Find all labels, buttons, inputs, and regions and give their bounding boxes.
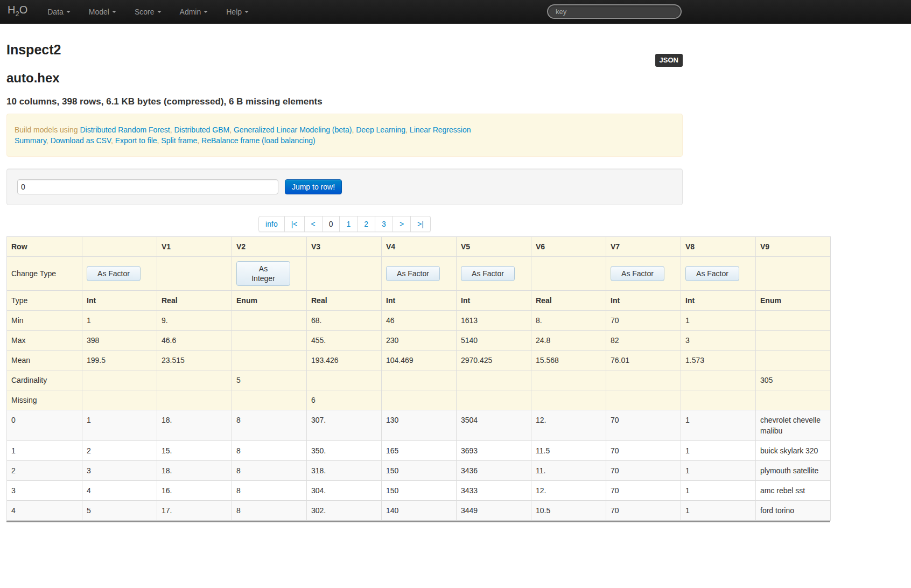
stat-value bbox=[457, 390, 531, 410]
frame-table-wrap: RowV1V2V3V4V5V6V7V8V9Change TypeAs Facto… bbox=[6, 236, 911, 522]
pagination-info[interactable]: info bbox=[258, 216, 285, 232]
stat-label: Cardinality bbox=[7, 370, 82, 390]
data-cell: 70 bbox=[606, 410, 681, 441]
stat-value: 3 bbox=[681, 331, 756, 351]
stat-value: Real bbox=[531, 291, 606, 311]
navbar-search-form bbox=[547, 4, 682, 19]
top-navbar: H2O DataModelScoreAdminHelp bbox=[0, 0, 911, 24]
stat-row: Max39846.6455.230514024.8823 bbox=[7, 331, 831, 351]
clipped-next-row bbox=[6, 521, 830, 522]
stat-value: Real bbox=[307, 291, 382, 311]
menu-item: Data bbox=[38, 0, 80, 23]
stat-value bbox=[606, 390, 681, 410]
stat-value: 305 bbox=[756, 370, 831, 390]
menu-item: Help bbox=[217, 0, 258, 23]
frame-action-link[interactable]: Export to file bbox=[115, 136, 157, 145]
build-model-link[interactable]: Generalized Linear Modeling (beta) bbox=[234, 125, 352, 134]
stat-value: 1613 bbox=[457, 311, 531, 331]
change-type-button[interactable]: As Factor bbox=[611, 266, 664, 281]
stat-value: 15.568 bbox=[531, 351, 606, 370]
jump-to-row-button[interactable]: Jump to row! bbox=[285, 179, 342, 194]
stat-value bbox=[382, 370, 457, 390]
data-cell: 1 bbox=[681, 441, 756, 461]
data-cell: 165 bbox=[382, 441, 457, 461]
pagination-prev[interactable]: < bbox=[305, 216, 323, 232]
page-content: JSON Inspect2 auto.hex 10 columns, 398 r… bbox=[6, 42, 683, 232]
data-cell: 350. bbox=[307, 441, 382, 461]
stat-value bbox=[82, 370, 157, 390]
h2o-logo[interactable]: H2O bbox=[8, 4, 27, 19]
pagination-item: |< bbox=[285, 216, 305, 232]
pagination-item: info bbox=[258, 216, 285, 232]
change-type-button[interactable]: As Factor bbox=[461, 266, 515, 281]
stat-label: Type bbox=[7, 291, 82, 311]
data-cell: 12. bbox=[531, 481, 606, 501]
stat-value bbox=[307, 370, 382, 390]
row-index: 2 bbox=[7, 461, 82, 481]
data-cell: 8 bbox=[232, 410, 307, 441]
json-button[interactable]: JSON bbox=[655, 54, 683, 67]
pagination-page-3[interactable]: 3 bbox=[375, 216, 393, 232]
menu-score[interactable]: Score bbox=[125, 0, 171, 24]
menu-item: Score bbox=[125, 0, 171, 23]
build-model-link[interactable]: Deep Learning bbox=[356, 125, 405, 134]
stat-value: 2970.425 bbox=[457, 351, 531, 370]
pagination-page-1[interactable]: 1 bbox=[340, 216, 358, 232]
caret-down-icon bbox=[66, 11, 71, 13]
change-type-cell bbox=[756, 257, 831, 291]
stat-value: 46 bbox=[382, 311, 457, 331]
data-cell: 70 bbox=[606, 481, 681, 501]
frame-name: auto.hex bbox=[6, 71, 683, 86]
stat-value bbox=[531, 390, 606, 410]
data-cell: 150 bbox=[382, 481, 457, 501]
change-type-button[interactable]: As Factor bbox=[87, 266, 141, 281]
menu-help[interactable]: Help bbox=[217, 0, 258, 24]
pagination-page-0[interactable]: 0 bbox=[323, 216, 340, 232]
menu-data[interactable]: Data bbox=[38, 0, 80, 24]
row-number-input[interactable] bbox=[17, 179, 278, 194]
frame-action-link[interactable]: Summary bbox=[15, 136, 46, 145]
alert-intro-text: Build models using bbox=[15, 125, 78, 134]
build-model-link[interactable]: Distributed Random Forest bbox=[80, 125, 170, 134]
build-model-link[interactable]: Distributed GBM bbox=[174, 125, 229, 134]
stat-value bbox=[157, 390, 232, 410]
frame-action-link[interactable]: Split frame bbox=[161, 136, 197, 145]
data-cell: 15. bbox=[157, 441, 232, 461]
stat-label: Mean bbox=[7, 351, 82, 370]
stat-value: 68. bbox=[307, 311, 382, 331]
stat-value bbox=[457, 370, 531, 390]
data-cell: 70 bbox=[606, 461, 681, 481]
caret-down-icon bbox=[157, 11, 162, 13]
stat-row: TypeIntRealEnumRealIntIntRealIntIntEnum bbox=[7, 291, 831, 311]
stat-value: 455. bbox=[307, 331, 382, 351]
stat-value: 199.5 bbox=[82, 351, 157, 370]
stat-row: Mean199.523.515193.426104.4692970.42515.… bbox=[7, 351, 831, 370]
change-type-cell: As Factor bbox=[681, 257, 756, 291]
stat-value bbox=[232, 390, 307, 410]
build-model-link[interactable]: Linear Regression bbox=[410, 125, 471, 134]
pagination-last[interactable]: >| bbox=[411, 216, 431, 232]
change-type-button[interactable]: As Factor bbox=[386, 266, 440, 281]
data-cell: 304. bbox=[307, 481, 382, 501]
pagination-page-2[interactable]: 2 bbox=[358, 216, 375, 232]
build-models-alert: Build models using Distributed Random Fo… bbox=[6, 114, 683, 157]
data-cell: 140 bbox=[382, 501, 457, 521]
menu-admin[interactable]: Admin bbox=[171, 0, 218, 24]
pagination-first[interactable]: |< bbox=[285, 216, 305, 232]
menu-model[interactable]: Model bbox=[80, 0, 125, 24]
column-header: V4 bbox=[382, 237, 457, 257]
frame-action-link[interactable]: ReBalance frame (load balancing) bbox=[201, 136, 316, 145]
frame-action-link[interactable]: Download as CSV bbox=[51, 136, 111, 145]
data-cell: 307. bbox=[307, 410, 382, 441]
change-type-button[interactable]: As Factor bbox=[685, 266, 739, 281]
key-search-input[interactable] bbox=[547, 4, 682, 19]
frame-summary: 10 columns, 398 rows, 6.1 KB bytes (comp… bbox=[6, 96, 683, 107]
pagination-next[interactable]: > bbox=[393, 216, 411, 232]
stat-value: Int bbox=[606, 291, 681, 311]
change-type-cell: As Factor bbox=[606, 257, 681, 291]
change-type-row: Change TypeAs FactorAs IntegerAs FactorA… bbox=[7, 257, 831, 291]
data-cell: 3449 bbox=[457, 501, 531, 521]
pagination-item: 1 bbox=[340, 216, 358, 232]
change-type-button[interactable]: As Integer bbox=[236, 261, 290, 286]
data-cell: 16. bbox=[157, 481, 232, 501]
